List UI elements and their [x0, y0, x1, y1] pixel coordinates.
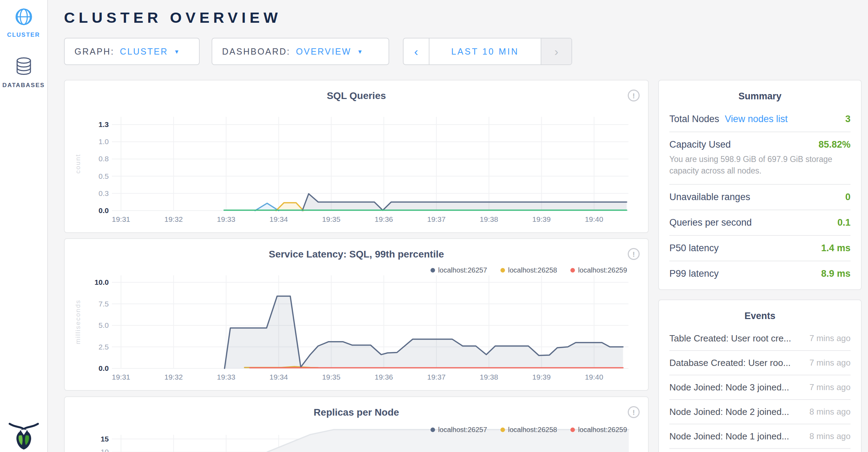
summary-row: Total NodesView nodes list3 — [669, 107, 851, 132]
svg-text:19:33: 19:33 — [217, 215, 235, 223]
event-time: 7 mins ago — [810, 333, 851, 343]
event-row: Table Created: User root cre...7 mins ag… — [669, 326, 851, 351]
legend-item[interactable]: localhost:26258 — [500, 426, 557, 434]
chart-title: Service Latency: SQL, 99th percentile — [65, 249, 648, 260]
time-range-value[interactable]: LAST 10 MIN — [429, 38, 541, 64]
legend-item[interactable]: localhost:26257 — [431, 426, 487, 434]
time-range-next-button[interactable]: › — [541, 38, 571, 64]
info-icon[interactable]: ! — [628, 90, 640, 101]
svg-text:19:40: 19:40 — [585, 373, 603, 381]
svg-text:count: count — [74, 154, 81, 174]
event-text: Database Created: User roo... — [669, 358, 803, 368]
svg-text:19:35: 19:35 — [322, 215, 341, 223]
summary-panel: Summary Total NodesView nodes list3Capac… — [658, 80, 862, 290]
summary-row: Capacity Used85.82%You are using 598.9 G… — [669, 132, 851, 185]
summary-row-label: Capacity Used — [669, 139, 731, 150]
svg-text:10: 10 — [101, 448, 109, 452]
chart-legend: localhost:26257localhost:26258localhost:… — [431, 266, 627, 274]
event-time: 8 mins ago — [810, 407, 851, 417]
svg-text:0.0: 0.0 — [99, 206, 109, 214]
event-row: Node Joined: Node 1 joined...8 mins ago — [669, 424, 851, 449]
sidebar-item-label: DATABASES — [0, 82, 47, 89]
svg-text:19:33: 19:33 — [217, 373, 235, 381]
legend-item[interactable]: localhost:26259 — [570, 426, 627, 434]
chevron-down-icon: ▾ — [358, 48, 362, 56]
event-time: 7 mins ago — [810, 358, 851, 368]
svg-text:19:34: 19:34 — [270, 215, 288, 223]
dashboard-dropdown-value: OVERVIEW — [296, 47, 351, 57]
summary-title: Summary — [659, 80, 861, 102]
time-range-prev-button[interactable]: ‹ — [404, 38, 429, 64]
event-row: Node Joined: Node 3 joined...7 mins ago — [669, 375, 851, 400]
globe-icon — [14, 7, 34, 28]
svg-text:19:34: 19:34 — [270, 373, 288, 381]
event-text: Node Joined: Node 1 joined... — [669, 431, 803, 442]
sql-queries-chart-plot: 19:3119:3219:3319:3419:3519:3619:3719:38… — [65, 80, 649, 233]
chart-legend: localhost:26257localhost:26258localhost:… — [431, 426, 627, 434]
replicas-per-node-chart-plot: 19:3119:3219:3319:3419:3519:3619:3719:38… — [65, 397, 649, 452]
summary-row-value: 0.1 — [837, 217, 851, 228]
info-icon[interactable]: ! — [628, 406, 640, 418]
summary-row-label: Unavailable ranges — [669, 192, 750, 203]
summary-row-value: 85.82% — [818, 139, 851, 150]
dashboard-dropdown-label: DASHBOARD: — [222, 47, 290, 57]
svg-text:19:40: 19:40 — [585, 215, 603, 223]
svg-text:milliseconds: milliseconds — [74, 299, 81, 344]
summary-row-label: P99 latency — [669, 268, 719, 279]
svg-text:2.5: 2.5 — [99, 343, 109, 351]
legend-item[interactable]: localhost:26258 — [500, 266, 557, 274]
svg-text:7.5: 7.5 — [99, 300, 109, 308]
summary-row-value: 1.4 ms — [821, 243, 851, 254]
svg-text:0.8: 0.8 — [99, 155, 109, 163]
legend-dot-icon — [431, 268, 435, 273]
summary-row-label: P50 latency — [669, 243, 719, 254]
info-icon[interactable]: ! — [628, 248, 640, 260]
svg-text:19:36: 19:36 — [375, 215, 393, 223]
view-nodes-list-link[interactable]: View nodes list — [725, 114, 788, 125]
event-row: Node Joined: Node 2 joined...8 mins ago — [669, 400, 851, 424]
legend-dot-icon — [500, 268, 505, 273]
svg-text:19:32: 19:32 — [164, 215, 183, 223]
event-rows: Table Created: User root cre...7 mins ag… — [669, 326, 851, 449]
summary-row-value: 8.9 ms — [821, 268, 851, 279]
cluster-overview-page: CLUSTER DATABASES — [0, 0, 868, 452]
svg-text:19:37: 19:37 — [427, 215, 446, 223]
legend-dot-icon — [570, 268, 575, 273]
svg-text:19:36: 19:36 — [375, 373, 393, 381]
event-text: Node Joined: Node 3 joined... — [669, 382, 803, 393]
summary-row: P99 latency8.9 ms — [669, 261, 851, 286]
sidebar-item-label: CLUSTER — [0, 31, 47, 38]
service-latency-chart-plot: 19:3119:3219:3319:3419:3519:3619:3719:38… — [65, 239, 649, 391]
summary-row-subtext: You are using 598.9 GiB of 697.9 GiB sto… — [669, 154, 837, 177]
time-range-selector: ‹ LAST 10 MIN › — [403, 38, 572, 65]
chart-title: Replicas per Node — [65, 407, 648, 418]
summary-row-value: 0 — [845, 192, 851, 203]
summary-row-label: Queries per second — [669, 217, 752, 228]
replicas-per-node-chart-card: 19:3119:3219:3319:3419:3519:3619:3719:38… — [64, 396, 649, 452]
sidebar-item-databases[interactable]: DATABASES — [0, 56, 47, 89]
cockroachdb-logo — [0, 416, 47, 452]
graph-dropdown[interactable]: GRAPH: CLUSTER ▾ — [64, 38, 200, 65]
database-icon — [14, 56, 34, 78]
legend-item[interactable]: localhost:26259 — [570, 266, 627, 274]
summary-row: P50 latency1.4 ms — [669, 236, 851, 261]
legend-item[interactable]: localhost:26257 — [431, 266, 487, 274]
sidebar: CLUSTER DATABASES — [0, 0, 48, 452]
svg-text:1.3: 1.3 — [99, 120, 109, 128]
event-row: Database Created: User roo...7 mins ago — [669, 351, 851, 375]
service-latency-chart-card: 19:3119:3219:3319:3419:3519:3619:3719:38… — [64, 238, 649, 391]
legend-dot-icon — [500, 428, 505, 432]
dashboard-dropdown[interactable]: DASHBOARD: OVERVIEW ▾ — [212, 38, 389, 65]
svg-text:15: 15 — [101, 435, 109, 443]
event-time: 7 mins ago — [810, 382, 851, 392]
chart-title: SQL Queries — [65, 90, 648, 101]
svg-text:19:31: 19:31 — [112, 215, 130, 223]
svg-text:19:39: 19:39 — [532, 215, 551, 223]
summary-row: Unavailable ranges0 — [669, 185, 851, 210]
events-panel: Events Table Created: User root cre...7 … — [658, 299, 862, 452]
sidebar-item-cluster[interactable]: CLUSTER — [0, 7, 47, 38]
svg-text:10.0: 10.0 — [94, 278, 109, 286]
summary-row-value: 3 — [845, 114, 851, 125]
svg-text:19:32: 19:32 — [164, 373, 183, 381]
graph-dropdown-label: GRAPH: — [74, 47, 114, 57]
